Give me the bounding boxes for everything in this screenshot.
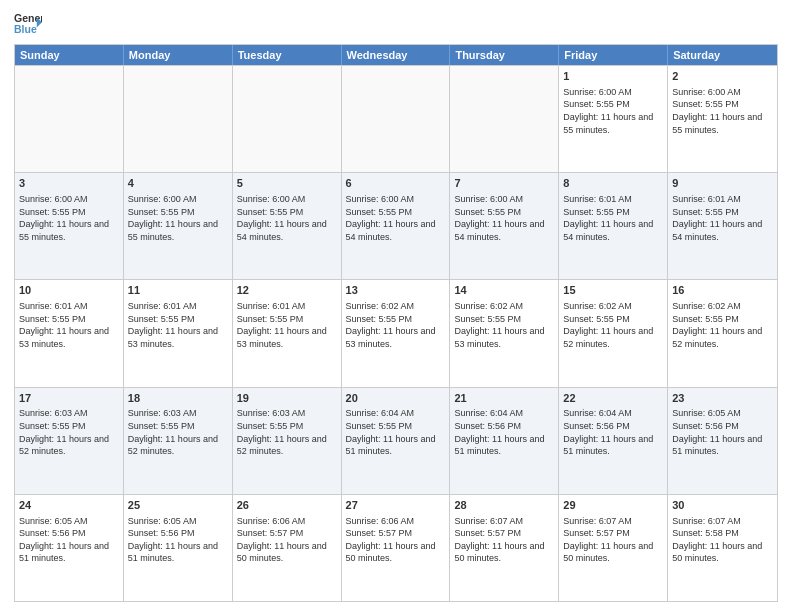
svg-text:Blue: Blue: [14, 23, 37, 35]
day-number: 30: [672, 498, 773, 513]
day-info: Sunrise: 6:01 AM Sunset: 5:55 PM Dayligh…: [128, 300, 228, 350]
day-info: Sunrise: 6:03 AM Sunset: 5:55 PM Dayligh…: [128, 407, 228, 457]
day-info: Sunrise: 6:02 AM Sunset: 5:55 PM Dayligh…: [672, 300, 773, 350]
day-info: Sunrise: 6:04 AM Sunset: 5:56 PM Dayligh…: [563, 407, 663, 457]
cal-cell: 29Sunrise: 6:07 AM Sunset: 5:57 PM Dayli…: [559, 495, 668, 601]
day-number: 13: [346, 283, 446, 298]
cal-cell: 1Sunrise: 6:00 AM Sunset: 5:55 PM Daylig…: [559, 66, 668, 172]
day-number: 7: [454, 176, 554, 191]
cal-cell: 6Sunrise: 6:00 AM Sunset: 5:55 PM Daylig…: [342, 173, 451, 279]
day-number: 20: [346, 391, 446, 406]
cal-cell: 30Sunrise: 6:07 AM Sunset: 5:58 PM Dayli…: [668, 495, 777, 601]
cal-cell: [342, 66, 451, 172]
day-number: 24: [19, 498, 119, 513]
day-info: Sunrise: 6:05 AM Sunset: 5:56 PM Dayligh…: [672, 407, 773, 457]
day-number: 29: [563, 498, 663, 513]
cal-cell: 25Sunrise: 6:05 AM Sunset: 5:56 PM Dayli…: [124, 495, 233, 601]
cal-cell: 20Sunrise: 6:04 AM Sunset: 5:55 PM Dayli…: [342, 388, 451, 494]
day-info: Sunrise: 6:05 AM Sunset: 5:56 PM Dayligh…: [128, 515, 228, 565]
day-number: 28: [454, 498, 554, 513]
day-number: 11: [128, 283, 228, 298]
day-info: Sunrise: 6:00 AM Sunset: 5:55 PM Dayligh…: [672, 86, 773, 136]
header: General Blue: [14, 10, 778, 38]
header-cell-saturday: Saturday: [668, 45, 777, 65]
cal-cell: 15Sunrise: 6:02 AM Sunset: 5:55 PM Dayli…: [559, 280, 668, 386]
day-number: 16: [672, 283, 773, 298]
week-row-5: 24Sunrise: 6:05 AM Sunset: 5:56 PM Dayli…: [15, 494, 777, 601]
page: General Blue SundayMondayTuesdayWednesda…: [0, 0, 792, 612]
cal-cell: 27Sunrise: 6:06 AM Sunset: 5:57 PM Dayli…: [342, 495, 451, 601]
cal-cell: 2Sunrise: 6:00 AM Sunset: 5:55 PM Daylig…: [668, 66, 777, 172]
day-info: Sunrise: 6:01 AM Sunset: 5:55 PM Dayligh…: [237, 300, 337, 350]
cal-cell: 5Sunrise: 6:00 AM Sunset: 5:55 PM Daylig…: [233, 173, 342, 279]
day-number: 8: [563, 176, 663, 191]
logo: General Blue: [14, 10, 42, 38]
day-info: Sunrise: 6:01 AM Sunset: 5:55 PM Dayligh…: [563, 193, 663, 243]
day-number: 19: [237, 391, 337, 406]
day-number: 4: [128, 176, 228, 191]
day-info: Sunrise: 6:01 AM Sunset: 5:55 PM Dayligh…: [672, 193, 773, 243]
day-info: Sunrise: 6:02 AM Sunset: 5:55 PM Dayligh…: [346, 300, 446, 350]
cal-cell: 28Sunrise: 6:07 AM Sunset: 5:57 PM Dayli…: [450, 495, 559, 601]
day-number: 5: [237, 176, 337, 191]
day-number: 27: [346, 498, 446, 513]
day-info: Sunrise: 6:01 AM Sunset: 5:55 PM Dayligh…: [19, 300, 119, 350]
week-row-1: 1Sunrise: 6:00 AM Sunset: 5:55 PM Daylig…: [15, 65, 777, 172]
day-info: Sunrise: 6:02 AM Sunset: 5:55 PM Dayligh…: [454, 300, 554, 350]
day-info: Sunrise: 6:07 AM Sunset: 5:58 PM Dayligh…: [672, 515, 773, 565]
header-cell-friday: Friday: [559, 45, 668, 65]
cal-cell: 8Sunrise: 6:01 AM Sunset: 5:55 PM Daylig…: [559, 173, 668, 279]
cal-cell: 14Sunrise: 6:02 AM Sunset: 5:55 PM Dayli…: [450, 280, 559, 386]
week-row-2: 3Sunrise: 6:00 AM Sunset: 5:55 PM Daylig…: [15, 172, 777, 279]
day-number: 25: [128, 498, 228, 513]
day-number: 18: [128, 391, 228, 406]
cal-cell: 16Sunrise: 6:02 AM Sunset: 5:55 PM Dayli…: [668, 280, 777, 386]
cal-cell: [124, 66, 233, 172]
cal-cell: 19Sunrise: 6:03 AM Sunset: 5:55 PM Dayli…: [233, 388, 342, 494]
day-info: Sunrise: 6:00 AM Sunset: 5:55 PM Dayligh…: [237, 193, 337, 243]
cal-cell: 21Sunrise: 6:04 AM Sunset: 5:56 PM Dayli…: [450, 388, 559, 494]
cal-cell: 13Sunrise: 6:02 AM Sunset: 5:55 PM Dayli…: [342, 280, 451, 386]
day-number: 26: [237, 498, 337, 513]
day-number: 17: [19, 391, 119, 406]
header-cell-thursday: Thursday: [450, 45, 559, 65]
day-number: 3: [19, 176, 119, 191]
day-info: Sunrise: 6:03 AM Sunset: 5:55 PM Dayligh…: [237, 407, 337, 457]
day-info: Sunrise: 6:03 AM Sunset: 5:55 PM Dayligh…: [19, 407, 119, 457]
day-number: 1: [563, 69, 663, 84]
calendar-body: 1Sunrise: 6:00 AM Sunset: 5:55 PM Daylig…: [15, 65, 777, 601]
day-info: Sunrise: 6:00 AM Sunset: 5:55 PM Dayligh…: [19, 193, 119, 243]
cal-cell: 7Sunrise: 6:00 AM Sunset: 5:55 PM Daylig…: [450, 173, 559, 279]
day-number: 21: [454, 391, 554, 406]
header-cell-monday: Monday: [124, 45, 233, 65]
week-row-3: 10Sunrise: 6:01 AM Sunset: 5:55 PM Dayli…: [15, 279, 777, 386]
day-info: Sunrise: 6:00 AM Sunset: 5:55 PM Dayligh…: [454, 193, 554, 243]
week-row-4: 17Sunrise: 6:03 AM Sunset: 5:55 PM Dayli…: [15, 387, 777, 494]
cal-cell: 24Sunrise: 6:05 AM Sunset: 5:56 PM Dayli…: [15, 495, 124, 601]
cal-cell: 11Sunrise: 6:01 AM Sunset: 5:55 PM Dayli…: [124, 280, 233, 386]
cal-cell: 9Sunrise: 6:01 AM Sunset: 5:55 PM Daylig…: [668, 173, 777, 279]
day-info: Sunrise: 6:05 AM Sunset: 5:56 PM Dayligh…: [19, 515, 119, 565]
day-number: 15: [563, 283, 663, 298]
day-info: Sunrise: 6:00 AM Sunset: 5:55 PM Dayligh…: [346, 193, 446, 243]
cal-cell: 26Sunrise: 6:06 AM Sunset: 5:57 PM Dayli…: [233, 495, 342, 601]
cal-cell: [450, 66, 559, 172]
calendar: SundayMondayTuesdayWednesdayThursdayFrid…: [14, 44, 778, 602]
logo-icon: General Blue: [14, 10, 42, 38]
day-info: Sunrise: 6:00 AM Sunset: 5:55 PM Dayligh…: [128, 193, 228, 243]
day-number: 12: [237, 283, 337, 298]
cal-cell: 22Sunrise: 6:04 AM Sunset: 5:56 PM Dayli…: [559, 388, 668, 494]
day-number: 14: [454, 283, 554, 298]
cal-cell: 17Sunrise: 6:03 AM Sunset: 5:55 PM Dayli…: [15, 388, 124, 494]
day-info: Sunrise: 6:02 AM Sunset: 5:55 PM Dayligh…: [563, 300, 663, 350]
header-cell-tuesday: Tuesday: [233, 45, 342, 65]
day-number: 23: [672, 391, 773, 406]
day-info: Sunrise: 6:06 AM Sunset: 5:57 PM Dayligh…: [346, 515, 446, 565]
day-info: Sunrise: 6:06 AM Sunset: 5:57 PM Dayligh…: [237, 515, 337, 565]
day-number: 10: [19, 283, 119, 298]
cal-cell: 12Sunrise: 6:01 AM Sunset: 5:55 PM Dayli…: [233, 280, 342, 386]
day-info: Sunrise: 6:04 AM Sunset: 5:56 PM Dayligh…: [454, 407, 554, 457]
day-info: Sunrise: 6:07 AM Sunset: 5:57 PM Dayligh…: [454, 515, 554, 565]
cal-cell: [15, 66, 124, 172]
day-info: Sunrise: 6:07 AM Sunset: 5:57 PM Dayligh…: [563, 515, 663, 565]
